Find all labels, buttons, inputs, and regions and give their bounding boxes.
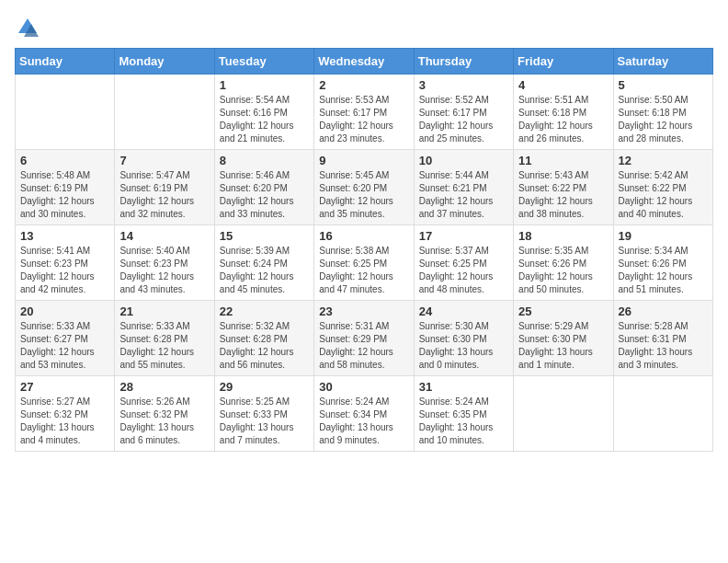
calendar-cell: 4Sunrise: 5:51 AM Sunset: 6:18 PM Daylig…: [514, 75, 613, 150]
day-of-week-header: Sunday: [16, 49, 115, 75]
day-info: Sunrise: 5:34 AM Sunset: 6:26 PM Dayligh…: [619, 245, 708, 296]
day-info: Sunrise: 5:33 AM Sunset: 6:27 PM Dayligh…: [20, 320, 109, 372]
logo: [15, 15, 44, 40]
day-number: 27: [20, 380, 109, 394]
day-info: Sunrise: 5:31 AM Sunset: 6:29 PM Dayligh…: [319, 320, 408, 372]
day-info: Sunrise: 5:53 AM Sunset: 6:17 PM Dayligh…: [319, 94, 408, 145]
day-info: Sunrise: 5:45 AM Sunset: 6:20 PM Dayligh…: [319, 169, 408, 221]
day-number: 1: [220, 78, 309, 92]
day-number: 18: [518, 229, 608, 243]
day-info: Sunrise: 5:54 AM Sunset: 6:16 PM Dayligh…: [220, 94, 309, 145]
day-number: 23: [319, 304, 408, 318]
day-number: 25: [518, 304, 608, 318]
day-info: Sunrise: 5:29 AM Sunset: 6:30 PM Dayligh…: [518, 320, 608, 372]
calendar-cell: 29Sunrise: 5:25 AM Sunset: 6:33 PM Dayli…: [214, 376, 313, 452]
calendar-week-row: 13Sunrise: 5:41 AM Sunset: 6:23 PM Dayli…: [16, 225, 713, 301]
day-info: Sunrise: 5:47 AM Sunset: 6:19 PM Dayligh…: [119, 169, 209, 221]
day-of-week-header: Tuesday: [214, 49, 313, 75]
calendar-week-row: 6Sunrise: 5:48 AM Sunset: 6:19 PM Daylig…: [16, 150, 713, 225]
calendar-table: SundayMondayTuesdayWednesdayThursdayFrid…: [15, 48, 713, 452]
calendar-cell: 20Sunrise: 5:33 AM Sunset: 6:27 PM Dayli…: [16, 301, 115, 376]
calendar-week-row: 27Sunrise: 5:27 AM Sunset: 6:32 PM Dayli…: [16, 376, 713, 452]
day-number: 16: [319, 229, 408, 243]
calendar-cell: 31Sunrise: 5:24 AM Sunset: 6:35 PM Dayli…: [414, 376, 513, 452]
day-info: Sunrise: 5:38 AM Sunset: 6:25 PM Dayligh…: [319, 245, 408, 296]
calendar-cell: 5Sunrise: 5:50 AM Sunset: 6:18 PM Daylig…: [613, 75, 712, 150]
calendar-cell: [613, 376, 712, 452]
day-number: 3: [419, 78, 508, 92]
calendar-cell: 15Sunrise: 5:39 AM Sunset: 6:24 PM Dayli…: [214, 225, 313, 301]
day-info: Sunrise: 5:50 AM Sunset: 6:18 PM Dayligh…: [619, 94, 708, 145]
day-number: 26: [619, 304, 708, 318]
day-info: Sunrise: 5:26 AM Sunset: 6:32 PM Dayligh…: [119, 396, 209, 447]
day-info: Sunrise: 5:24 AM Sunset: 6:34 PM Dayligh…: [319, 396, 408, 447]
day-info: Sunrise: 5:35 AM Sunset: 6:26 PM Dayligh…: [518, 245, 608, 296]
day-number: 22: [220, 304, 309, 318]
day-number: 9: [319, 154, 408, 167]
calendar-cell: 21Sunrise: 5:33 AM Sunset: 6:28 PM Dayli…: [115, 301, 214, 376]
calendar-cell: 6Sunrise: 5:48 AM Sunset: 6:19 PM Daylig…: [16, 150, 115, 225]
day-number: 4: [518, 78, 608, 92]
day-info: Sunrise: 5:46 AM Sunset: 6:20 PM Dayligh…: [220, 169, 309, 221]
day-number: 31: [419, 380, 508, 394]
day-number: 7: [119, 154, 209, 167]
day-number: 30: [319, 380, 408, 394]
day-number: 2: [319, 78, 408, 92]
day-info: Sunrise: 5:28 AM Sunset: 6:31 PM Dayligh…: [619, 320, 708, 372]
day-info: Sunrise: 5:32 AM Sunset: 6:28 PM Dayligh…: [220, 320, 309, 372]
calendar-cell: 1Sunrise: 5:54 AM Sunset: 6:16 PM Daylig…: [214, 75, 313, 150]
day-info: Sunrise: 5:51 AM Sunset: 6:18 PM Dayligh…: [518, 94, 608, 145]
calendar-cell: 9Sunrise: 5:45 AM Sunset: 6:20 PM Daylig…: [314, 150, 414, 225]
day-number: 13: [20, 229, 109, 243]
calendar-cell: 17Sunrise: 5:37 AM Sunset: 6:25 PM Dayli…: [414, 225, 513, 301]
calendar-cell: 30Sunrise: 5:24 AM Sunset: 6:34 PM Dayli…: [314, 376, 414, 452]
day-info: Sunrise: 5:42 AM Sunset: 6:22 PM Dayligh…: [619, 169, 708, 221]
day-info: Sunrise: 5:44 AM Sunset: 6:21 PM Dayligh…: [419, 169, 508, 221]
day-number: 10: [419, 154, 508, 167]
calendar-cell: 27Sunrise: 5:27 AM Sunset: 6:32 PM Dayli…: [16, 376, 115, 452]
day-info: Sunrise: 5:40 AM Sunset: 6:23 PM Dayligh…: [119, 245, 209, 296]
calendar-cell: 25Sunrise: 5:29 AM Sunset: 6:30 PM Dayli…: [514, 301, 613, 376]
day-number: 5: [619, 78, 708, 92]
calendar-cell: 14Sunrise: 5:40 AM Sunset: 6:23 PM Dayli…: [115, 225, 214, 301]
calendar-header-row: SundayMondayTuesdayWednesdayThursdayFrid…: [16, 49, 713, 75]
day-number: 29: [220, 380, 309, 394]
calendar-week-row: 20Sunrise: 5:33 AM Sunset: 6:27 PM Dayli…: [16, 301, 713, 376]
day-number: 6: [20, 154, 109, 167]
day-number: 17: [419, 229, 508, 243]
calendar-cell: 28Sunrise: 5:26 AM Sunset: 6:32 PM Dayli…: [115, 376, 214, 452]
calendar-cell: 13Sunrise: 5:41 AM Sunset: 6:23 PM Dayli…: [16, 225, 115, 301]
day-of-week-header: Monday: [115, 49, 214, 75]
day-number: 24: [419, 304, 508, 318]
calendar-cell: 19Sunrise: 5:34 AM Sunset: 6:26 PM Dayli…: [613, 225, 712, 301]
day-of-week-header: Thursday: [414, 49, 513, 75]
day-of-week-header: Saturday: [613, 49, 712, 75]
calendar-cell: 10Sunrise: 5:44 AM Sunset: 6:21 PM Dayli…: [414, 150, 513, 225]
calendar-cell: 11Sunrise: 5:43 AM Sunset: 6:22 PM Dayli…: [514, 150, 613, 225]
day-number: 8: [220, 154, 309, 167]
day-info: Sunrise: 5:25 AM Sunset: 6:33 PM Dayligh…: [220, 396, 309, 447]
calendar-cell: 8Sunrise: 5:46 AM Sunset: 6:20 PM Daylig…: [214, 150, 313, 225]
calendar-cell: 23Sunrise: 5:31 AM Sunset: 6:29 PM Dayli…: [314, 301, 414, 376]
day-info: Sunrise: 5:24 AM Sunset: 6:35 PM Dayligh…: [419, 396, 508, 447]
calendar-cell: [514, 376, 613, 452]
page-header: [15, 15, 713, 40]
calendar-cell: [16, 75, 115, 150]
calendar-cell: 7Sunrise: 5:47 AM Sunset: 6:19 PM Daylig…: [115, 150, 214, 225]
day-info: Sunrise: 5:30 AM Sunset: 6:30 PM Dayligh…: [419, 320, 508, 372]
day-number: 14: [119, 229, 209, 243]
day-info: Sunrise: 5:27 AM Sunset: 6:32 PM Dayligh…: [20, 396, 109, 447]
day-info: Sunrise: 5:33 AM Sunset: 6:28 PM Dayligh…: [119, 320, 209, 372]
logo-icon: [15, 15, 40, 40]
day-info: Sunrise: 5:41 AM Sunset: 6:23 PM Dayligh…: [20, 245, 109, 296]
calendar-cell: 2Sunrise: 5:53 AM Sunset: 6:17 PM Daylig…: [314, 75, 414, 150]
day-number: 15: [220, 229, 309, 243]
day-info: Sunrise: 5:39 AM Sunset: 6:24 PM Dayligh…: [220, 245, 309, 296]
calendar-week-row: 1Sunrise: 5:54 AM Sunset: 6:16 PM Daylig…: [16, 75, 713, 150]
calendar-cell: 22Sunrise: 5:32 AM Sunset: 6:28 PM Dayli…: [214, 301, 313, 376]
day-number: 28: [119, 380, 209, 394]
day-number: 12: [619, 154, 708, 167]
calendar-cell: 12Sunrise: 5:42 AM Sunset: 6:22 PM Dayli…: [613, 150, 712, 225]
calendar-cell: 3Sunrise: 5:52 AM Sunset: 6:17 PM Daylig…: [414, 75, 513, 150]
calendar-cell: 24Sunrise: 5:30 AM Sunset: 6:30 PM Dayli…: [414, 301, 513, 376]
